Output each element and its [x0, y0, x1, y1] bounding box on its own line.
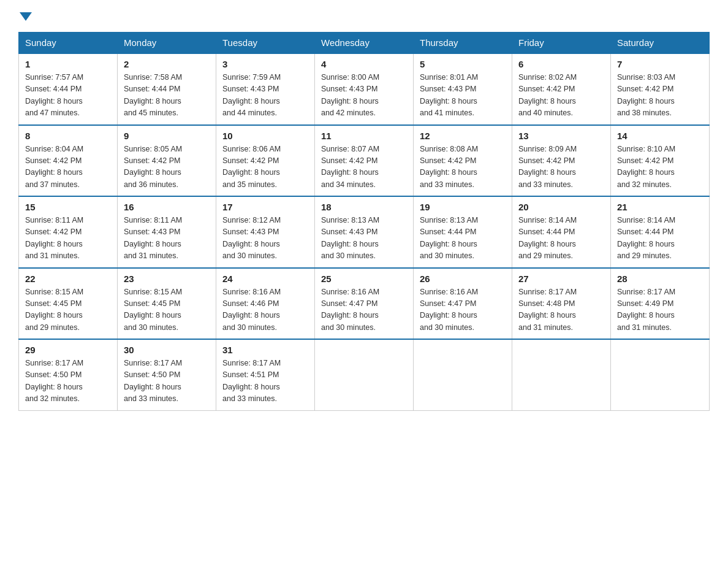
calendar-cell: 21 Sunrise: 8:14 AMSunset: 4:44 PMDaylig…	[611, 196, 710, 268]
calendar-cell: 30 Sunrise: 8:17 AMSunset: 4:50 PMDaylig…	[118, 339, 216, 410]
calendar-week-row: 8 Sunrise: 8:04 AMSunset: 4:42 PMDayligh…	[19, 125, 710, 197]
day-info: Sunrise: 8:17 AMSunset: 4:48 PMDaylight:…	[518, 286, 604, 334]
calendar-cell	[414, 339, 512, 410]
day-info: Sunrise: 8:01 AMSunset: 4:43 PMDaylight:…	[420, 72, 506, 120]
calendar-cell: 19 Sunrise: 8:13 AMSunset: 4:44 PMDaylig…	[414, 196, 512, 268]
day-number: 8	[25, 131, 111, 141]
day-info: Sunrise: 8:03 AMSunset: 4:42 PMDaylight:…	[617, 72, 703, 120]
calendar-cell: 6 Sunrise: 8:02 AMSunset: 4:42 PMDayligh…	[512, 53, 611, 125]
calendar-cell: 12 Sunrise: 8:08 AMSunset: 4:42 PMDaylig…	[414, 125, 512, 197]
day-info: Sunrise: 8:04 AMSunset: 4:42 PMDaylight:…	[25, 144, 111, 191]
logo	[18, 12, 33, 21]
day-info: Sunrise: 8:13 AMSunset: 4:43 PMDaylight:…	[321, 215, 407, 262]
day-number: 21	[617, 202, 703, 212]
day-info: Sunrise: 8:12 AMSunset: 4:43 PMDaylight:…	[222, 215, 308, 262]
day-number: 29	[25, 345, 111, 355]
day-number: 26	[420, 274, 506, 284]
day-info: Sunrise: 8:11 AMSunset: 4:42 PMDaylight:…	[25, 215, 111, 262]
day-info: Sunrise: 8:13 AMSunset: 4:44 PMDaylight:…	[420, 215, 506, 262]
calendar-cell: 18 Sunrise: 8:13 AMSunset: 4:43 PMDaylig…	[315, 196, 414, 268]
weekday-header-friday: Friday	[512, 33, 611, 54]
day-number: 24	[222, 274, 308, 284]
day-number: 19	[420, 202, 506, 212]
day-number: 9	[124, 131, 210, 141]
day-info: Sunrise: 8:06 AMSunset: 4:42 PMDaylight:…	[222, 144, 308, 191]
calendar-cell: 5 Sunrise: 8:01 AMSunset: 4:43 PMDayligh…	[414, 53, 512, 125]
day-info: Sunrise: 7:58 AMSunset: 4:44 PMDaylight:…	[124, 72, 210, 120]
calendar-cell: 24 Sunrise: 8:16 AMSunset: 4:46 PMDaylig…	[216, 268, 315, 340]
calendar-cell: 28 Sunrise: 8:17 AMSunset: 4:49 PMDaylig…	[611, 268, 710, 340]
day-info: Sunrise: 8:10 AMSunset: 4:42 PMDaylight:…	[617, 144, 703, 191]
calendar-week-row: 22 Sunrise: 8:15 AMSunset: 4:45 PMDaylig…	[19, 268, 710, 340]
day-number: 13	[518, 131, 604, 141]
day-number: 2	[124, 59, 210, 69]
day-info: Sunrise: 8:17 AMSunset: 4:51 PMDaylight:…	[222, 358, 308, 405]
day-number: 23	[124, 274, 210, 284]
calendar-cell: 2 Sunrise: 7:58 AMSunset: 4:44 PMDayligh…	[118, 53, 216, 125]
day-number: 27	[518, 274, 604, 284]
logo-arrow-icon	[20, 12, 32, 21]
calendar-table: SundayMondayTuesdayWednesdayThursdayFrid…	[18, 32, 710, 411]
day-info: Sunrise: 8:14 AMSunset: 4:44 PMDaylight:…	[518, 215, 604, 262]
calendar-cell: 14 Sunrise: 8:10 AMSunset: 4:42 PMDaylig…	[611, 125, 710, 197]
calendar-cell: 10 Sunrise: 8:06 AMSunset: 4:42 PMDaylig…	[216, 125, 315, 197]
calendar-cell	[611, 339, 710, 410]
calendar-cell	[315, 339, 414, 410]
calendar-cell: 31 Sunrise: 8:17 AMSunset: 4:51 PMDaylig…	[216, 339, 315, 410]
day-number: 14	[617, 131, 703, 141]
calendar-cell: 29 Sunrise: 8:17 AMSunset: 4:50 PMDaylig…	[19, 339, 118, 410]
calendar-cell: 20 Sunrise: 8:14 AMSunset: 4:44 PMDaylig…	[512, 196, 611, 268]
day-info: Sunrise: 8:15 AMSunset: 4:45 PMDaylight:…	[124, 286, 210, 334]
calendar-week-row: 1 Sunrise: 7:57 AMSunset: 4:44 PMDayligh…	[19, 53, 710, 125]
day-info: Sunrise: 8:02 AMSunset: 4:42 PMDaylight:…	[518, 72, 604, 120]
calendar-week-row: 15 Sunrise: 8:11 AMSunset: 4:42 PMDaylig…	[19, 196, 710, 268]
day-info: Sunrise: 8:11 AMSunset: 4:43 PMDaylight:…	[124, 215, 210, 262]
day-info: Sunrise: 8:07 AMSunset: 4:42 PMDaylight:…	[321, 144, 407, 191]
day-number: 10	[222, 131, 308, 141]
calendar-cell: 8 Sunrise: 8:04 AMSunset: 4:42 PMDayligh…	[19, 125, 118, 197]
day-info: Sunrise: 8:08 AMSunset: 4:42 PMDaylight:…	[420, 144, 506, 191]
day-number: 12	[420, 131, 506, 141]
page-header	[18, 12, 710, 21]
day-info: Sunrise: 8:09 AMSunset: 4:42 PMDaylight:…	[518, 144, 604, 191]
calendar-cell: 15 Sunrise: 8:11 AMSunset: 4:42 PMDaylig…	[19, 196, 118, 268]
day-number: 30	[124, 345, 210, 355]
day-info: Sunrise: 8:17 AMSunset: 4:50 PMDaylight:…	[25, 358, 111, 405]
day-number: 17	[222, 202, 308, 212]
day-number: 4	[321, 59, 407, 69]
weekday-header-row: SundayMondayTuesdayWednesdayThursdayFrid…	[19, 33, 710, 54]
day-info: Sunrise: 8:16 AMSunset: 4:47 PMDaylight:…	[420, 286, 506, 334]
day-number: 18	[321, 202, 407, 212]
calendar-cell: 13 Sunrise: 8:09 AMSunset: 4:42 PMDaylig…	[512, 125, 611, 197]
calendar-cell: 27 Sunrise: 8:17 AMSunset: 4:48 PMDaylig…	[512, 268, 611, 340]
weekday-header-tuesday: Tuesday	[216, 33, 315, 54]
calendar-cell: 9 Sunrise: 8:05 AMSunset: 4:42 PMDayligh…	[118, 125, 216, 197]
day-number: 31	[222, 345, 308, 355]
day-number: 15	[25, 202, 111, 212]
calendar-cell: 16 Sunrise: 8:11 AMSunset: 4:43 PMDaylig…	[118, 196, 216, 268]
day-number: 1	[25, 59, 111, 69]
calendar-cell: 25 Sunrise: 8:16 AMSunset: 4:47 PMDaylig…	[315, 268, 414, 340]
calendar-cell	[512, 339, 611, 410]
calendar-cell: 17 Sunrise: 8:12 AMSunset: 4:43 PMDaylig…	[216, 196, 315, 268]
weekday-header-thursday: Thursday	[414, 33, 512, 54]
calendar-week-row: 29 Sunrise: 8:17 AMSunset: 4:50 PMDaylig…	[19, 339, 710, 410]
day-info: Sunrise: 8:16 AMSunset: 4:46 PMDaylight:…	[222, 286, 308, 334]
day-info: Sunrise: 7:57 AMSunset: 4:44 PMDaylight:…	[25, 72, 111, 120]
weekday-header-sunday: Sunday	[19, 33, 118, 54]
day-info: Sunrise: 8:14 AMSunset: 4:44 PMDaylight:…	[617, 215, 703, 262]
calendar-body: 1 Sunrise: 7:57 AMSunset: 4:44 PMDayligh…	[19, 53, 710, 410]
calendar-cell: 4 Sunrise: 8:00 AMSunset: 4:43 PMDayligh…	[315, 53, 414, 125]
day-info: Sunrise: 8:15 AMSunset: 4:45 PMDaylight:…	[25, 286, 111, 334]
day-number: 22	[25, 274, 111, 284]
day-info: Sunrise: 8:17 AMSunset: 4:49 PMDaylight:…	[617, 286, 703, 334]
day-info: Sunrise: 7:59 AMSunset: 4:43 PMDaylight:…	[222, 72, 308, 120]
day-number: 7	[617, 59, 703, 69]
calendar-cell: 1 Sunrise: 7:57 AMSunset: 4:44 PMDayligh…	[19, 53, 118, 125]
day-number: 5	[420, 59, 506, 69]
day-number: 16	[124, 202, 210, 212]
calendar-cell: 22 Sunrise: 8:15 AMSunset: 4:45 PMDaylig…	[19, 268, 118, 340]
day-number: 28	[617, 274, 703, 284]
calendar-cell: 26 Sunrise: 8:16 AMSunset: 4:47 PMDaylig…	[414, 268, 512, 340]
calendar-cell: 3 Sunrise: 7:59 AMSunset: 4:43 PMDayligh…	[216, 53, 315, 125]
